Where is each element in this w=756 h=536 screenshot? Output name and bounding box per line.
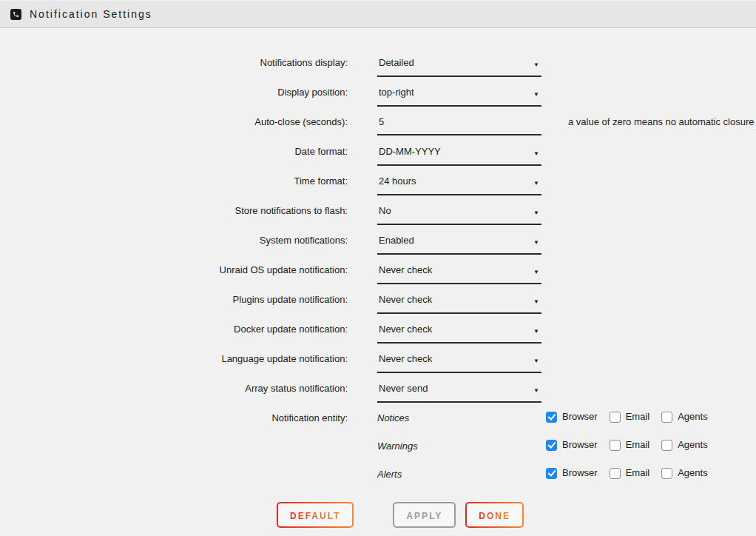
form-row: Date format: DD-MM-YYYY ▼ xyxy=(0,145,756,175)
notices-agents-checkbox[interactable]: Agents xyxy=(661,411,707,423)
form-row: Array status notification: Never send ▼ xyxy=(0,382,756,412)
page-title: Notification Settings xyxy=(30,8,152,20)
field-label: Time format: xyxy=(0,175,348,187)
warnings-browser-checkbox[interactable]: Browser xyxy=(546,439,598,451)
select-value: Never check xyxy=(379,264,432,275)
checkbox-label: Agents xyxy=(678,439,707,451)
form-row: Notifications display: Detailed ▼ xyxy=(0,56,756,86)
entity-row-alerts: Alerts Browser Email Agents xyxy=(0,468,756,496)
checkbox-label: Email xyxy=(626,411,650,423)
checkbox-box[interactable] xyxy=(546,412,557,423)
warnings-email-checkbox[interactable]: Email xyxy=(610,439,650,451)
entity-name: Notices xyxy=(377,412,546,424)
select-value: DD-MM-YYYY xyxy=(379,146,441,157)
warnings-agents-checkbox[interactable]: Agents xyxy=(661,439,707,451)
form-row: Unraid OS update notification: Never che… xyxy=(0,264,756,293)
field-label: Language update notification: xyxy=(0,352,348,365)
checkbox-label: Browser xyxy=(562,411,598,423)
notification-settings-form: Notifications display: Detailed ▼ Displa… xyxy=(0,28,756,528)
field-label: Plugins update notification: xyxy=(0,293,348,306)
select-value: Detailed xyxy=(379,57,414,68)
checkbox-label: Email xyxy=(626,439,650,451)
select-value: Never send xyxy=(379,383,428,394)
alerts-agents-checkbox[interactable]: Agents xyxy=(661,467,707,479)
field-label: Unraid OS update notification: xyxy=(0,264,348,276)
chevron-down-icon: ▼ xyxy=(533,326,539,338)
select-value: 24 hours xyxy=(379,175,416,187)
checkbox-box[interactable] xyxy=(661,468,672,479)
checkbox-label: Agents xyxy=(678,467,707,479)
checkbox-box[interactable] xyxy=(546,440,557,451)
form-row: System notifications: Enabled ▼ xyxy=(0,234,756,264)
checkbox-label: Agents xyxy=(678,411,707,423)
time-format-select[interactable]: 24 hours ▼ xyxy=(377,175,541,195)
chevron-down-icon: ▼ xyxy=(533,385,539,397)
done-button[interactable]: DONE xyxy=(465,502,524,528)
chevron-down-icon: ▼ xyxy=(533,178,539,190)
field-label: Store notifications to flash: xyxy=(0,204,348,217)
field-label: Date format: xyxy=(0,145,348,158)
alerts-email-checkbox[interactable]: Email xyxy=(610,467,650,479)
field-label: Auto-close (seconds): xyxy=(0,115,348,128)
checkbox-label: Browser xyxy=(562,467,598,479)
form-row: Time format: 24 hours ▼ xyxy=(0,175,756,204)
checkbox-box[interactable] xyxy=(546,468,557,479)
chevron-down-icon: ▼ xyxy=(533,296,539,308)
chevron-down-icon: ▼ xyxy=(533,148,539,160)
notifications-display-select[interactable]: Detailed ▼ xyxy=(377,56,541,77)
select-value: Never check xyxy=(379,294,432,305)
button-row: DEFAULT APPLY DONE xyxy=(0,502,756,528)
array-status-notification-select[interactable]: Never send ▼ xyxy=(377,382,541,403)
alerts-browser-checkbox[interactable]: Browser xyxy=(546,467,598,479)
form-row: Plugins update notification: Never check… xyxy=(0,293,756,323)
select-value: Never check xyxy=(379,353,432,364)
form-row: Store notifications to flash: No ▼ xyxy=(0,204,756,234)
apply-button[interactable]: APPLY xyxy=(393,502,456,528)
title-bar: Notification Settings xyxy=(0,0,756,28)
chevron-down-icon: ▼ xyxy=(533,237,539,249)
checkbox-label: Browser xyxy=(562,439,598,451)
notices-email-checkbox[interactable]: Email xyxy=(610,411,650,423)
form-row: Display position: top-right ▼ xyxy=(0,86,756,115)
entity-row-notices: Notification entity: Notices Browser Ema… xyxy=(0,412,756,440)
chevron-down-icon: ▼ xyxy=(533,267,539,278)
chevron-down-icon: ▼ xyxy=(533,59,539,71)
select-value: Never check xyxy=(379,324,432,335)
chevron-down-icon: ▼ xyxy=(533,355,539,367)
system-notifications-select[interactable]: Enabled ▼ xyxy=(377,234,541,255)
form-row: Auto-close (seconds): a value of zero me… xyxy=(0,115,756,145)
notices-browser-checkbox[interactable]: Browser xyxy=(546,411,598,423)
field-label: Notifications display: xyxy=(0,56,348,69)
select-value: top-right xyxy=(379,87,414,98)
select-value: Enabled xyxy=(379,235,414,246)
plugins-update-notification-select[interactable]: Never check ▼ xyxy=(377,293,541,314)
field-label: Notification entity: xyxy=(0,412,348,424)
checkbox-box[interactable] xyxy=(610,468,621,479)
entity-name: Warnings xyxy=(377,440,546,452)
form-row: Language update notification: Never chec… xyxy=(0,352,756,382)
auto-close-input[interactable] xyxy=(377,115,541,135)
select-value: No xyxy=(379,205,391,216)
field-label: Docker update notification: xyxy=(0,323,348,335)
checkbox-box[interactable] xyxy=(661,440,672,451)
checkbox-label: Email xyxy=(626,467,650,479)
display-position-select[interactable]: top-right ▼ xyxy=(377,86,541,107)
field-label: Display position: xyxy=(0,86,348,98)
chevron-down-icon: ▼ xyxy=(533,207,539,219)
language-update-notification-select[interactable]: Never check ▼ xyxy=(377,352,541,373)
chevron-down-icon: ▼ xyxy=(533,89,539,101)
entity-name: Alerts xyxy=(377,468,546,480)
entity-row-warnings: Warnings Browser Email Agents xyxy=(0,440,756,468)
default-button[interactable]: DEFAULT xyxy=(277,502,354,528)
date-format-select[interactable]: DD-MM-YYYY ▼ xyxy=(377,145,541,166)
notifications-icon xyxy=(10,9,21,20)
store-notifications-to-flash-select[interactable]: No ▼ xyxy=(377,204,541,225)
checkbox-box[interactable] xyxy=(610,412,621,423)
docker-update-notification-select[interactable]: Never check ▼ xyxy=(377,323,541,344)
field-label: Array status notification: xyxy=(0,382,348,395)
unraid-os-update-notification-select[interactable]: Never check ▼ xyxy=(377,264,541,284)
checkbox-box[interactable] xyxy=(661,412,672,423)
checkbox-box[interactable] xyxy=(610,440,621,451)
field-label: System notifications: xyxy=(0,234,348,247)
field-note: a value of zero means no automatic closu… xyxy=(568,115,754,128)
